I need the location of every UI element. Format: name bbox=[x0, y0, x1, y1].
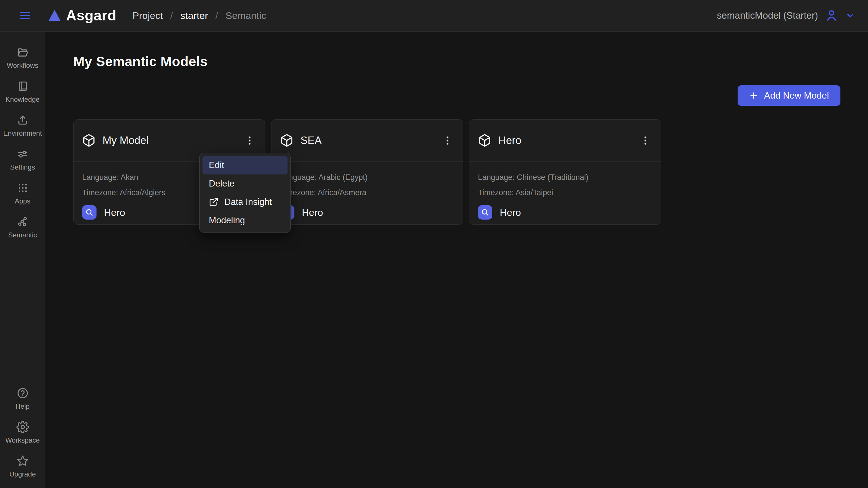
model-card-sea[interactable]: SEA Language: Arabic (Egypt) Timezone: A… bbox=[271, 119, 463, 225]
book-icon bbox=[17, 80, 29, 92]
account-dropdown-button[interactable] bbox=[845, 10, 855, 21]
hero-badge-label: Hero bbox=[104, 207, 125, 218]
menu-item-edit[interactable]: Edit bbox=[203, 156, 287, 174]
model-card-hero[interactable]: Hero Language: Chinese (Traditional) Tim… bbox=[469, 119, 661, 225]
menu-item-label: Delete bbox=[209, 178, 235, 189]
breadcrumb-starter[interactable]: starter bbox=[180, 10, 208, 21]
sidebar: Workflows Knowledge Environment Settings bbox=[0, 32, 45, 488]
plus-icon bbox=[749, 91, 758, 100]
sliders-icon bbox=[17, 148, 29, 161]
cube-icon bbox=[82, 134, 96, 147]
sidebar-item-label: Apps bbox=[14, 197, 30, 205]
sidebar-main-nav: Workflows Knowledge Environment Settings bbox=[0, 46, 45, 239]
sidebar-item-knowledge[interactable]: Knowledge bbox=[0, 80, 45, 104]
search-icon bbox=[478, 205, 492, 220]
hamburger-menu-button[interactable] bbox=[18, 9, 33, 22]
menu-item-label: Edit bbox=[209, 160, 224, 170]
card-title: My Model bbox=[102, 135, 149, 147]
card-context-menu: Edit Delete Data Insight Modeling bbox=[199, 153, 291, 233]
gear-icon bbox=[17, 421, 29, 433]
cube-icon bbox=[280, 134, 293, 147]
hero-badge: Hero bbox=[478, 205, 652, 220]
menu-item-label: Data Insight bbox=[224, 197, 272, 207]
user-avatar-button[interactable] bbox=[824, 8, 839, 23]
sidebar-item-environment[interactable]: Environment bbox=[0, 114, 45, 137]
sidebar-footer-nav: Help Workspace Upgrade bbox=[0, 387, 45, 478]
card-language: Language: Chinese (Traditional) bbox=[478, 174, 652, 181]
top-header: Asgard Project / starter / Semantic sema… bbox=[0, 0, 868, 32]
search-icon bbox=[82, 205, 96, 220]
hamburger-icon bbox=[19, 9, 32, 22]
sidebar-item-semantic[interactable]: Semantic bbox=[0, 216, 45, 239]
card-body: Language: Chinese (Traditional) Timezone… bbox=[469, 162, 661, 220]
card-language: Language: Arabic (Egypt) bbox=[280, 174, 455, 181]
hero-badge-label: Hero bbox=[500, 207, 521, 218]
sidebar-item-workflows[interactable]: Workflows bbox=[0, 46, 45, 69]
app-logo[interactable]: Asgard bbox=[48, 7, 116, 24]
user-icon bbox=[825, 9, 838, 22]
kebab-icon bbox=[640, 135, 651, 146]
sidebar-item-help[interactable]: Help bbox=[0, 387, 45, 410]
star-icon bbox=[17, 455, 29, 467]
menu-item-label: Modeling bbox=[209, 215, 245, 226]
card-menu-button[interactable] bbox=[243, 134, 256, 147]
sidebar-item-label: Knowledge bbox=[5, 95, 40, 104]
card-header: Hero bbox=[469, 120, 661, 162]
grid-dots-icon bbox=[17, 182, 29, 194]
add-new-model-label: Add New Model bbox=[764, 90, 829, 101]
menu-item-modeling[interactable]: Modeling bbox=[203, 211, 287, 230]
sidebar-item-label: Settings bbox=[10, 163, 35, 171]
sidebar-item-apps[interactable]: Apps bbox=[0, 182, 45, 205]
hero-badge: Hero bbox=[280, 205, 455, 220]
header-account-area: semanticModel (Starter) bbox=[717, 8, 855, 23]
sidebar-item-label: Environment bbox=[3, 129, 42, 137]
card-timezone: Timezone: Africa/Asmera bbox=[280, 189, 455, 197]
sidebar-item-upgrade[interactable]: Upgrade bbox=[0, 455, 45, 478]
chevron-down-icon bbox=[845, 10, 855, 21]
card-menu-button[interactable] bbox=[441, 134, 455, 147]
cube-icon bbox=[478, 134, 491, 147]
folder-icon bbox=[17, 46, 29, 59]
sidebar-item-label: Workflows bbox=[7, 61, 38, 69]
sidebar-item-label: Semantic bbox=[8, 231, 37, 239]
breadcrumb-separator: / bbox=[215, 10, 218, 21]
breadcrumb-separator: / bbox=[170, 10, 173, 21]
triangle-logo-icon bbox=[48, 9, 61, 22]
sidebar-item-settings[interactable]: Settings bbox=[0, 148, 45, 171]
card-title: SEA bbox=[301, 135, 322, 147]
sidebar-item-label: Upgrade bbox=[9, 470, 36, 478]
sidebar-item-workspace[interactable]: Workspace bbox=[0, 421, 45, 444]
card-title: Hero bbox=[498, 135, 521, 147]
kebab-icon bbox=[244, 135, 255, 146]
network-icon bbox=[17, 216, 29, 228]
breadcrumb-current: Semantic bbox=[225, 10, 266, 21]
menu-item-delete[interactable]: Delete bbox=[203, 174, 287, 193]
upload-icon bbox=[17, 114, 29, 126]
app-name: Asgard bbox=[66, 7, 116, 24]
breadcrumb: Project / starter / Semantic bbox=[132, 10, 266, 21]
sidebar-item-label: Help bbox=[16, 402, 30, 410]
page-title: My Semantic Models bbox=[73, 54, 208, 69]
external-link-icon bbox=[209, 197, 219, 207]
kebab-icon bbox=[442, 135, 453, 146]
sidebar-item-label: Workspace bbox=[5, 436, 40, 444]
card-header: SEA bbox=[272, 120, 463, 162]
card-timezone: Timezone: Asia/Taipei bbox=[478, 189, 652, 197]
hero-badge-label: Hero bbox=[302, 207, 323, 218]
card-body: Language: Arabic (Egypt) Timezone: Afric… bbox=[272, 162, 463, 220]
breadcrumb-project[interactable]: Project bbox=[132, 10, 163, 21]
main-content: My Semantic Models Add New Model My Mode… bbox=[46, 32, 868, 488]
menu-item-data-insight[interactable]: Data Insight bbox=[203, 193, 287, 211]
card-menu-button[interactable] bbox=[639, 134, 652, 147]
model-card-list: My Model Language: Akan Timezone: Africa… bbox=[73, 119, 661, 225]
add-new-model-button[interactable]: Add New Model bbox=[738, 85, 840, 106]
help-circle-icon bbox=[17, 387, 29, 400]
account-label: semanticModel (Starter) bbox=[717, 10, 818, 21]
